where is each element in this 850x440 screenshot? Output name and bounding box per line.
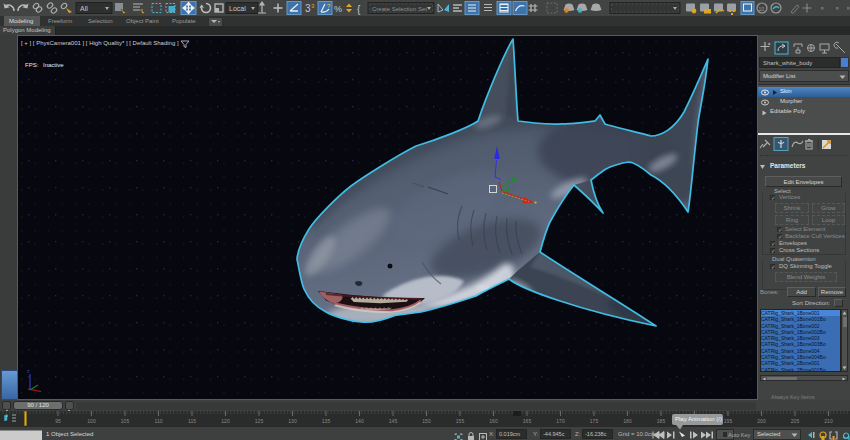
svg-text:205: 205 [791,418,800,424]
svg-text:{: { [357,4,361,15]
svg-text:Local: Local [229,5,246,12]
svg-text:155: 155 [456,418,465,424]
svg-text:100: 100 [87,418,96,424]
svg-text:200: 200 [757,418,766,424]
svg-text:105: 105 [121,418,130,424]
svg-text:All: All [80,5,88,12]
svg-text:110: 110 [155,418,163,424]
svg-text:165: 165 [523,418,532,424]
svg-text:125: 125 [255,418,264,424]
svg-text:195: 195 [724,418,733,424]
svg-text:%: % [334,4,342,14]
svg-text:Create Selection Set: Create Selection Set [372,6,427,12]
svg-text:180: 180 [623,418,632,424]
svg-text:170: 170 [556,418,565,424]
svg-text:95: 95 [55,418,61,424]
svg-text:160: 160 [489,418,498,424]
svg-text:145: 145 [389,418,398,424]
svg-text:3: 3 [311,3,315,9]
svg-text:150: 150 [422,418,431,424]
svg-text:140: 140 [355,418,364,424]
svg-text:175: 175 [590,418,599,424]
svg-text:130: 130 [288,418,297,424]
svg-text:135: 135 [322,418,331,424]
svg-text:10: 10 [759,6,765,12]
svg-text:120: 120 [221,418,230,424]
svg-text:115: 115 [188,418,196,424]
svg-text:210: 210 [824,418,833,424]
svg-text:185: 185 [657,418,666,424]
